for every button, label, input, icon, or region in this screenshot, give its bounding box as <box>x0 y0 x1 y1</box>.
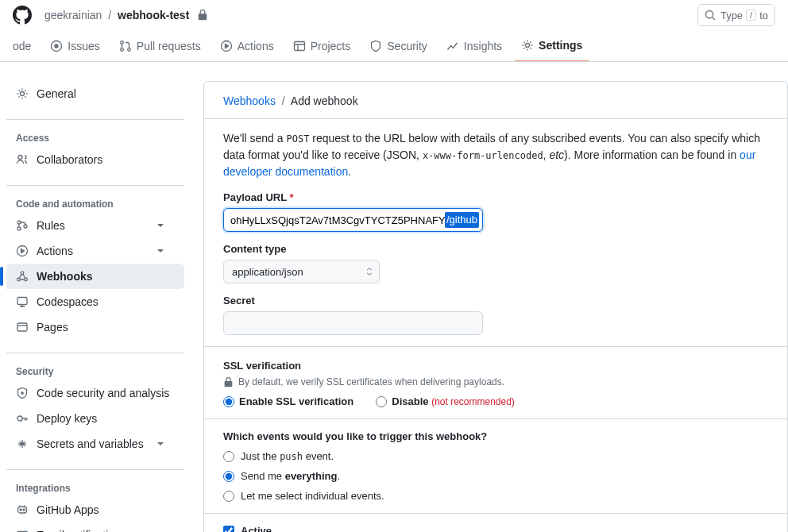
owner-link[interactable]: geekrainian <box>44 9 102 21</box>
events-just-push-radio[interactable]: Just the push event. <box>223 450 768 462</box>
secret-label: Secret <box>223 295 768 306</box>
sidebar-item-pages[interactable]: Pages <box>6 314 184 340</box>
tab-insights[interactable]: Insights <box>440 30 508 62</box>
payload-url-input[interactable] <box>223 208 483 232</box>
svg-point-12 <box>24 225 27 228</box>
svg-point-11 <box>17 227 21 230</box>
payload-url-label: Payload URL * <box>223 191 768 203</box>
svg-point-16 <box>25 278 28 281</box>
repo-link[interactable]: webhook-test <box>118 9 189 21</box>
sidebar-heading-integrations: Integrations <box>6 476 184 497</box>
svg-rect-18 <box>17 323 27 331</box>
events-individual-radio[interactable]: Let me select individual events. <box>223 490 768 502</box>
sidebar-heading-security: Security <box>6 360 184 380</box>
sidebar-item-emailnotif[interactable]: Email notifications <box>6 522 184 532</box>
content-type-label: Content type <box>223 243 768 255</box>
sidebar-item-codespaces[interactable]: Codespaces <box>6 289 184 314</box>
sidebar-item-deploykeys[interactable]: Deploy keys <box>6 406 184 431</box>
ssl-heading: SSL verification <box>223 360 768 372</box>
svg-point-9 <box>18 156 22 160</box>
svg-point-10 <box>17 221 21 224</box>
sidebar-heading-access: Access <box>6 126 184 147</box>
ssl-disable-radio[interactable]: Disable (not recommended) <box>376 395 515 407</box>
breadcrumb-current: Add webhook <box>291 94 358 107</box>
svg-point-1 <box>55 44 58 48</box>
main-panel: Webhooks / Add webhook We'll send a POST… <box>203 81 788 532</box>
svg-point-19 <box>21 392 23 394</box>
sidebar-item-actions[interactable]: Actions <box>6 238 184 264</box>
svg-point-23 <box>23 509 25 511</box>
svg-point-14 <box>21 272 24 275</box>
sidebar-item-collaborators[interactable]: Collaborators <box>6 147 184 172</box>
svg-point-8 <box>21 92 25 96</box>
svg-point-15 <box>17 278 21 281</box>
events-heading: Which events would you like to trigger t… <box>223 430 768 442</box>
tab-pulls[interactable]: Pull requests <box>113 30 207 62</box>
sidebar-item-ghapps[interactable]: GitHub Apps <box>6 497 184 522</box>
search-icon <box>705 10 716 21</box>
svg-point-3 <box>121 48 124 51</box>
active-checkbox[interactable]: Active <box>223 525 768 532</box>
ssl-enable-radio[interactable]: Enable SSL verification <box>223 395 353 407</box>
sidebar-item-rules[interactable]: Rules <box>6 213 184 238</box>
secret-input[interactable] <box>223 311 483 335</box>
settings-sidebar: General Access Collaborators Code and au… <box>0 81 184 532</box>
tab-security[interactable]: Security <box>363 30 434 62</box>
svg-point-2 <box>121 40 124 44</box>
search-button[interactable]: Type / to <box>697 4 775 26</box>
tab-projects[interactable]: Projects <box>287 30 357 62</box>
breadcrumb-webhooks-link[interactable]: Webhooks <box>223 94 276 107</box>
select-caret-icon <box>365 267 374 276</box>
chevron-down-icon <box>154 219 167 232</box>
tab-actions[interactable]: Actions <box>214 30 280 62</box>
github-logo-icon[interactable] <box>13 6 32 25</box>
intro-text: We'll send a POST request to the URL bel… <box>223 130 768 180</box>
ssl-note: By default, we verify SSL certificates w… <box>223 376 768 387</box>
content-type-select[interactable]: application/json <box>223 260 380 283</box>
lock-icon <box>197 10 208 21</box>
sidebar-item-secretsvars[interactable]: Secrets and variables <box>6 431 184 457</box>
sidebar-heading-code: Code and automation <box>6 192 184 213</box>
svg-point-4 <box>128 48 131 51</box>
svg-rect-17 <box>17 298 27 305</box>
lock-icon <box>223 377 234 387</box>
repo-nav: ode Issues Pull requests Actions Project… <box>0 30 788 62</box>
events-everything-radio[interactable]: Send me everything. <box>223 470 768 482</box>
tab-settings[interactable]: Settings <box>515 30 589 62</box>
tab-issues[interactable]: Issues <box>44 30 106 62</box>
svg-point-22 <box>20 509 21 511</box>
svg-point-20 <box>17 416 22 421</box>
chevron-down-icon <box>154 245 167 257</box>
sidebar-item-codesec[interactable]: Code security and analysis <box>6 380 184 406</box>
breadcrumb: geekrainian / webhook-test <box>44 9 208 21</box>
page-breadcrumb: Webhooks / Add webhook <box>223 94 768 107</box>
sidebar-item-general[interactable]: General <box>6 81 184 106</box>
svg-rect-6 <box>294 41 304 50</box>
sidebar-item-webhooks[interactable]: Webhooks <box>6 264 184 289</box>
svg-point-7 <box>526 43 530 47</box>
svg-rect-21 <box>18 507 27 513</box>
tab-code[interactable]: ode <box>13 30 37 62</box>
chevron-down-icon <box>154 438 167 450</box>
